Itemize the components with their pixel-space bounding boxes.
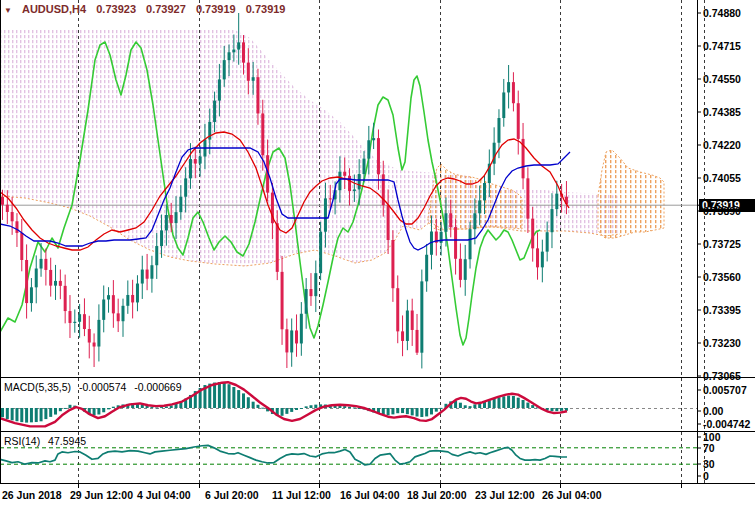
price-axis-label: 0.73230 (703, 337, 741, 349)
rsi-panel-label: RSI(14) 47.5945 (4, 435, 86, 447)
price-axis-label: 0.74055 (703, 172, 741, 184)
symbol-dropdown-icon[interactable]: ▼ (4, 6, 12, 15)
macd-panel-label: MACD(5,35,5) -0.000574 -0.000669 (4, 381, 182, 393)
macd-axis-label: 0.00 (703, 405, 723, 417)
symbol-period-label: AUDUSD,H4 (22, 3, 86, 15)
time-axis-label: 4 Jul 04:00 (137, 489, 191, 501)
quote-high: 0.73927 (146, 3, 186, 15)
chart-title: ▼ AUDUSD,H4 0.73923 0.73927 0.73919 0.73… (4, 3, 285, 15)
rsi-axis-label: 30 (703, 458, 715, 470)
time-axis-label: 18 Jul 20:00 (407, 489, 467, 501)
price-axis-label: 0.74715 (703, 40, 741, 52)
macd-indicator-name: MACD(5,35,5) (4, 381, 71, 393)
price-axis-label: 0.73065 (703, 370, 741, 382)
macd-value-2: -0.000669 (134, 381, 181, 393)
rsi-value: 47.5945 (48, 435, 86, 447)
time-axis-label: 29 Jun 12:00 (70, 489, 133, 501)
price-axis-label: 0.74550 (703, 73, 741, 85)
macd-value-1: -0.000574 (79, 381, 126, 393)
quote-close: 0.73919 (246, 3, 286, 15)
price-axis-label: 0.74220 (703, 139, 741, 151)
time-axis-label: 26 Jul 04:00 (542, 489, 602, 501)
time-axis-label: 11 Jul 12:00 (272, 489, 331, 501)
chart-canvas[interactable] (0, 0, 755, 506)
time-axis-label: 16 Jul 04:00 (340, 489, 400, 501)
quote-low: 0.73919 (196, 3, 236, 15)
price-axis-label: 0.73725 (703, 238, 741, 250)
macd-axis-label: -0.004742 (703, 418, 750, 430)
rsi-indicator-name: RSI(14) (4, 435, 40, 447)
rsi-axis-label: 70 (703, 442, 715, 454)
price-axis-label: 0.73890 (703, 205, 741, 217)
time-axis-label: 23 Jul 12:00 (475, 489, 535, 501)
price-axis-label: 0.74880 (703, 7, 741, 19)
chart-window: ▼ AUDUSD,H4 0.73923 0.73927 0.73919 0.73… (0, 0, 755, 506)
quote-open: 0.73923 (96, 3, 136, 15)
macd-axis-label: 0.005707 (703, 384, 747, 396)
time-axis-label: 6 Jul 20:00 (205, 489, 259, 501)
rsi-axis-label: 0 (703, 470, 709, 482)
time-axis-label: 26 Jun 2018 (2, 489, 62, 501)
price-axis-label: 0.73395 (703, 304, 741, 316)
price-axis-label: 0.74385 (703, 106, 741, 118)
price-axis-label: 0.73560 (703, 271, 741, 283)
